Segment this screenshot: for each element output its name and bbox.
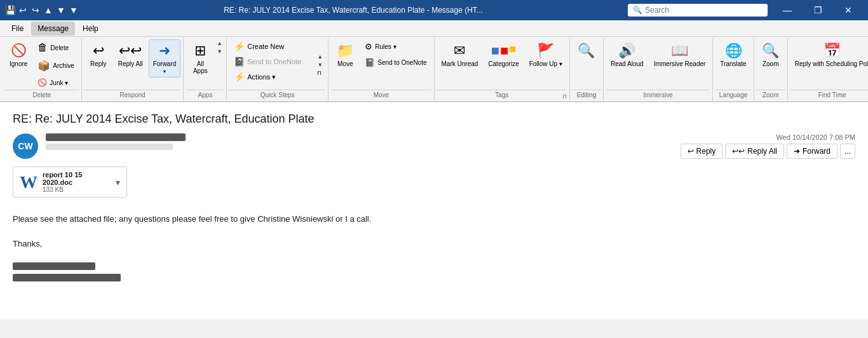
rules-icon: ⚙ [365, 42, 372, 51]
up-icon[interactable]: ▲ [43, 5, 53, 15]
menu-message[interactable]: Message [31, 22, 75, 36]
qs-expand[interactable]: ⊓ [316, 69, 324, 77]
redo-icon[interactable]: ↪ [31, 5, 41, 15]
ribbon-group-language: 🌐 Translate Language [713, 38, 754, 101]
move-small-buttons: ⚙ Rules ▾ 📓 Send to OneNote [360, 39, 431, 70]
zoom-button[interactable]: 🔍 Zoom [757, 39, 785, 71]
create-new-icon: ⚡ [234, 41, 245, 51]
reply-all-label: Reply All [118, 60, 143, 67]
onenote-sm-button[interactable]: 📓 Send to OneNote [360, 55, 431, 70]
findtime-group-label: Find Time [790, 90, 868, 100]
menu-help[interactable]: Help [76, 22, 105, 36]
delete-group-label: Delete [5, 90, 79, 100]
undo-icon[interactable]: ↩ [18, 5, 28, 15]
title-bar: 💾 ↩ ↪ ▲ ▼ ▼ RE: Re: JULY 2014 Excise Tax… [0, 0, 868, 20]
all-apps-button[interactable]: ⊞ AllApps [186, 39, 214, 78]
find-icon: 🔍 [578, 43, 595, 59]
ribbon-group-move: 📁 Move ⚙ Rules ▾ 📓 Send to OneNote Move [329, 38, 434, 101]
mark-unread-icon: ✉ [454, 43, 465, 59]
inline-reply-all-button[interactable]: ↩↩ Reply All [725, 144, 784, 159]
inline-reply-button[interactable]: ↩ Reply [681, 144, 723, 159]
reply-icon: ↩ [93, 43, 104, 59]
inline-forward-button[interactable]: ➜ Forward [787, 144, 837, 159]
quicksteps-wrapper: ⚡ Create New 📓 Send to OneNote ⚡ Actions… [229, 39, 325, 90]
ribbon-group-immersive: 🔊 Read Aloud 📖 Immersive Reader Immersiv… [604, 38, 713, 101]
quicksteps-list: ⚡ Create New 📓 Send to OneNote ⚡ Actions… [229, 39, 316, 90]
customize-icon[interactable]: ▼ [69, 5, 79, 15]
language-group-label: Language [715, 90, 750, 100]
move-buttons: 📁 Move ⚙ Rules ▾ 📓 Send to OneNote [331, 39, 431, 90]
forward-button[interactable]: ➜ Forward ▾ [149, 39, 181, 78]
apps-scroll-down[interactable]: ▼ [215, 48, 224, 55]
scheduling-icon: 📅 [824, 43, 841, 59]
sender-info [46, 133, 673, 150]
reply-all-button[interactable]: ↩↩ Reply All [114, 39, 147, 71]
sender-name-redacted [46, 133, 186, 141]
email-header: CW Wed 10/14/2020 7:08 PM ↩ Reply ↩↩ Rep… [13, 133, 855, 159]
categorize-button[interactable]: ■■■ Categorize [484, 39, 523, 71]
forward-icon: ➜ [159, 43, 170, 59]
categorize-label: Categorize [488, 60, 519, 67]
attachment-info: report 10 15 2020.doc 133 KB [43, 171, 111, 193]
search-bar[interactable]: 🔍 [628, 4, 768, 17]
zoom-icon: 🔍 [762, 43, 779, 59]
tags-expand-icon[interactable]: ⊓ [562, 93, 567, 100]
move-icon: 📁 [337, 43, 354, 59]
actions-button[interactable]: ⚡ Actions ▾ [229, 70, 316, 84]
search-input[interactable] [645, 6, 759, 15]
window-title: RE: Re: JULY 2014 Excise Tax, Watercraft… [84, 6, 623, 15]
qs-scroll-up[interactable]: ▲ [316, 53, 324, 60]
translate-button[interactable]: 🌐 Translate [715, 39, 750, 71]
immersive-reader-button[interactable]: 📖 Immersive Reader [649, 39, 710, 71]
junk-label: Junk ▾ [50, 79, 68, 86]
email-date: Wed 10/14/2020 7:08 PM [776, 133, 855, 141]
ribbon-group-quicksteps: ⚡ Create New 📓 Send to OneNote ⚡ Actions… [227, 38, 329, 101]
find-button[interactable]: 🔍 [573, 39, 600, 64]
reply-scheduling-button[interactable]: 📅 Reply with Scheduling Poll [790, 39, 868, 71]
search-icon: 🔍 [633, 6, 642, 15]
minimize-button[interactable]: — [773, 0, 802, 20]
mark-unread-button[interactable]: ✉ Mark Unread [437, 39, 483, 71]
scheduling-label: Reply with Scheduling Poll [795, 60, 868, 67]
read-aloud-button[interactable]: 🔊 Read Aloud [606, 39, 648, 71]
email-content: RE: Re: JULY 2014 Excise Tax, Watercraft… [0, 102, 868, 320]
rules-button[interactable]: ⚙ Rules ▾ [360, 39, 431, 54]
window-controls: — ❐ ✕ [773, 0, 863, 20]
reply-label: Reply [90, 60, 107, 67]
junk-button[interactable]: 🚫 Junk ▾ [33, 76, 78, 90]
down-icon[interactable]: ▼ [56, 5, 66, 15]
email-attachment[interactable]: W report 10 15 2020.doc 133 KB ▾ [13, 166, 127, 198]
ignore-label: Ignore [10, 60, 27, 67]
qs-scroll-down[interactable]: ▼ [316, 61, 324, 69]
apps-scroll-up[interactable]: ▲ [215, 39, 224, 47]
findtime-buttons: 📅 Reply with Scheduling Poll [790, 39, 868, 90]
move-button[interactable]: 📁 Move [331, 39, 359, 71]
ignore-button[interactable]: 🚫 Ignore [5, 39, 32, 71]
follow-up-button[interactable]: 🚩 Follow Up ▾ [525, 39, 567, 71]
immersive-buttons: 🔊 Read Aloud 📖 Immersive Reader [606, 39, 710, 90]
create-new-button[interactable]: ⚡ Create New [229, 39, 316, 53]
send-onenote-button[interactable]: 📓 Send to OneNote [229, 55, 316, 69]
apps-group-label: Apps [186, 90, 224, 100]
actions-icon: ⚡ [234, 72, 245, 82]
forward-dropdown-icon: ▾ [163, 69, 166, 74]
inline-reply-all-icon: ↩↩ [732, 147, 745, 156]
delete-icon: 🗑 [37, 42, 48, 53]
menu-bar: File Message Help [0, 20, 868, 37]
immersive-group-label: Immersive [606, 90, 710, 100]
restore-button[interactable]: ❐ [803, 0, 832, 20]
immersive-reader-icon: 📖 [671, 43, 688, 59]
close-button[interactable]: ✕ [834, 0, 863, 20]
follow-up-icon: 🚩 [537, 43, 554, 59]
inline-more-button[interactable]: ... [840, 144, 855, 159]
menu-file[interactable]: File [5, 22, 30, 36]
reply-button[interactable]: ↩ Reply [85, 39, 112, 71]
archive-button[interactable]: 📦 Archive [33, 57, 78, 74]
editing-buttons: 🔍 [573, 39, 600, 90]
delete-label: Delete [50, 44, 69, 51]
attachment-chevron-icon[interactable]: ▾ [116, 177, 120, 187]
zoom-label: Zoom [763, 60, 779, 67]
save-icon[interactable]: 💾 [5, 5, 15, 15]
sender-avatar: CW [13, 133, 38, 159]
delete-button[interactable]: 🗑 Delete [33, 39, 78, 56]
